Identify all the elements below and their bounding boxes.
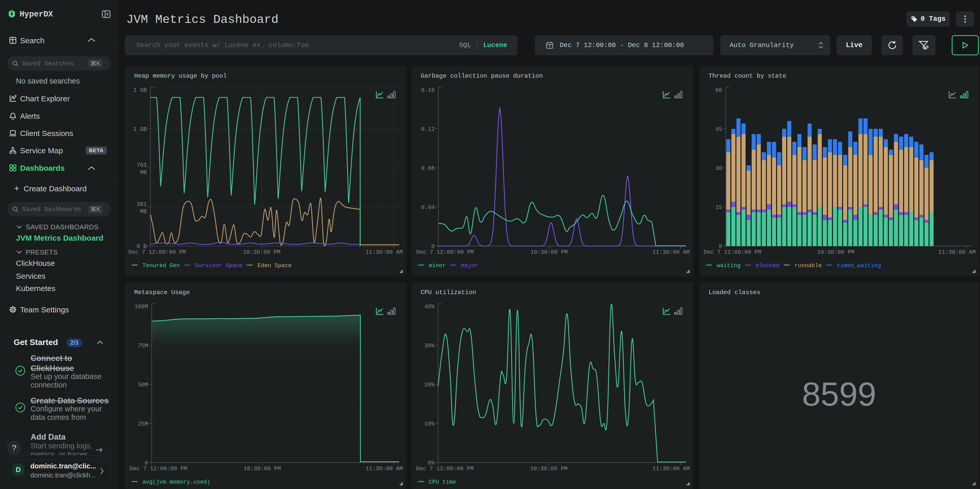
svg-text:MB: MB: [140, 209, 147, 215]
svg-text:0.04: 0.04: [421, 204, 435, 211]
svg-text:11:30:00 AM: 11:30:00 AM: [366, 466, 403, 472]
svg-text:10:30:00 PM: 10:30:00 PM: [243, 249, 280, 256]
svg-text:Dec 7 12:00:00 PM: Dec 7 12:00:00 PM: [128, 249, 186, 256]
svg-text:blocked: blocked: [756, 263, 779, 269]
svg-text:Metaspace Usage: Metaspace Usage: [134, 289, 190, 296]
svg-text:25M: 25M: [138, 421, 148, 427]
svg-text:1 GB: 1 GB: [133, 126, 147, 133]
svg-text:15: 15: [716, 204, 722, 211]
svg-text:50M: 50M: [138, 382, 148, 388]
svg-text:11:30:00 AM: 11:30:00 AM: [652, 249, 690, 256]
svg-text:10:30:00 PM: 10:30:00 PM: [530, 466, 567, 472]
svg-text:Loaded classes: Loaded classes: [708, 289, 760, 296]
svg-text:Tenured Gen: Tenured Gen: [142, 263, 180, 269]
svg-text:30: 30: [716, 165, 722, 172]
svg-text:1 GB: 1 GB: [133, 87, 147, 94]
svg-text:0.08: 0.08: [421, 165, 435, 172]
svg-text:11:30:00 AM: 11:30:00 AM: [939, 249, 976, 256]
svg-text:MB: MB: [140, 169, 147, 176]
svg-text:Survivor Space: Survivor Space: [195, 263, 242, 269]
svg-text:381: 381: [137, 201, 147, 208]
svg-text:75M: 75M: [138, 343, 148, 349]
svg-text:0.12: 0.12: [421, 126, 435, 133]
svg-text:runnable: runnable: [795, 263, 822, 269]
svg-text:Eden Space: Eden Space: [258, 263, 291, 269]
svg-text:major: major: [461, 263, 478, 269]
svg-text:10:30:00 PM: 10:30:00 PM: [817, 249, 854, 256]
svg-text:minor: minor: [429, 263, 446, 269]
svg-text:30%: 30%: [424, 343, 434, 349]
svg-text:45: 45: [716, 126, 722, 133]
svg-text:Dec 7 12:00:00 PM: Dec 7 12:00:00 PM: [416, 466, 474, 472]
svg-text:8599: 8599: [802, 375, 876, 413]
svg-text:100M: 100M: [134, 304, 148, 310]
svg-text:11:30:00 AM: 11:30:00 AM: [652, 466, 690, 472]
svg-text:Thread count by state: Thread count by state: [708, 73, 786, 80]
svg-text:60: 60: [716, 87, 722, 94]
svg-text:timed_waiting: timed_waiting: [837, 263, 881, 269]
svg-text:Dec 7 12:00:00 PM: Dec 7 12:00:00 PM: [704, 249, 761, 256]
svg-text:Dec 7 12:00:00 PM: Dec 7 12:00:00 PM: [130, 466, 187, 472]
svg-text:40%: 40%: [424, 304, 434, 310]
svg-text:10%: 10%: [424, 421, 434, 427]
svg-text:avg(jvm.memory.used): avg(jvm.memory.used): [142, 479, 210, 486]
svg-text:10:30:00 PM: 10:30:00 PM: [530, 249, 568, 256]
svg-text:763: 763: [137, 162, 147, 169]
svg-text:20%: 20%: [424, 382, 434, 388]
svg-text:Garbage collection pause durat: Garbage collection pause duration: [421, 73, 543, 80]
svg-text:Heap memory usage by pool: Heap memory usage by pool: [134, 73, 227, 80]
svg-text:0.16: 0.16: [421, 87, 435, 94]
svg-text:Dec 7 12:00:00 PM: Dec 7 12:00:00 PM: [416, 249, 474, 256]
svg-text:11:30:00 AM: 11:30:00 AM: [366, 249, 403, 256]
svg-text:waiting: waiting: [717, 263, 740, 269]
svg-text:10:30:00 PM: 10:30:00 PM: [243, 466, 281, 472]
svg-text:CPU time: CPU time: [429, 479, 456, 486]
svg-text:CPU utilization: CPU utilization: [421, 289, 476, 296]
